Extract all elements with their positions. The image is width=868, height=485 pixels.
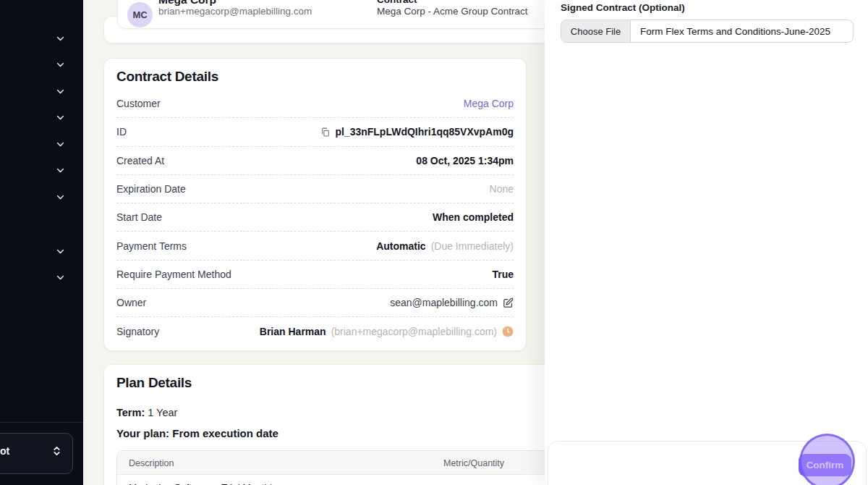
detail-row-id: ID pl_33nFLpLWdQIhri1qq85VXvpAm0g <box>116 118 514 146</box>
signed-contract-panel: Signed Contract (Optional) Choose File F… <box>545 0 868 485</box>
column-header-metric-quantity: Metric/Quantity <box>443 458 504 468</box>
chevron-down-icon[interactable] <box>55 246 65 256</box>
chevron-up-down-icon <box>52 445 61 460</box>
row-label: Payment Terms <box>116 240 187 252</box>
contract-detail-rows: Customer Mega Corp ID pl_33nFLpLWdQIhri1… <box>116 90 514 346</box>
contract-details-title: Contract Details <box>116 68 514 85</box>
payment-terms-note: (Due Immediately) <box>431 240 514 252</box>
require-payment-method-value: True <box>492 269 514 280</box>
detail-row-expiration-date: Expiration Date None <box>116 175 514 203</box>
chevron-down-icon[interactable] <box>55 139 65 149</box>
pending-clock-icon <box>502 326 514 337</box>
chevron-down-icon[interactable] <box>55 33 65 43</box>
detail-row-signatory: Signatory Brian Harman (brian+megacorp@m… <box>116 317 514 345</box>
detail-row-customer: Customer Mega Corp <box>116 90 514 118</box>
sidebar-divider <box>0 422 83 423</box>
created-at-value: 08 Oct, 2025 1:34pm <box>416 155 514 166</box>
avatar: MC <box>127 2 153 28</box>
chevron-down-icon[interactable] <box>55 192 65 202</box>
select-value-label: ot <box>0 445 9 457</box>
start-date-value: When completed <box>433 211 514 223</box>
detail-row-start-date: Start Date When completed <box>116 203 514 232</box>
contract-id-value: pl_33nFLpLWdQIhri1qq85VXvpAm0g <box>335 126 514 138</box>
edit-icon[interactable] <box>503 298 514 308</box>
signatory-email-note: (brian+megacorp@maplebilling.com) <box>331 326 497 337</box>
detail-row-created-at: Created At 08 Oct, 2025 1:34pm <box>116 147 514 175</box>
contract-details-card: Contract Details Customer Mega Corp ID p… <box>103 58 527 351</box>
chevron-down-icon[interactable] <box>55 272 65 282</box>
choose-file-button[interactable]: Choose File <box>561 20 631 42</box>
chevron-down-icon[interactable] <box>55 86 65 96</box>
row-label: Owner <box>116 297 146 308</box>
contract-name: Mega Corp - Acme Group Contract <box>377 6 528 17</box>
chevron-down-icon[interactable] <box>55 59 65 69</box>
copy-icon[interactable] <box>320 127 330 137</box>
customer-email: brian+megacorp@maplebilling.com <box>158 6 312 17</box>
term-value: 1 Year <box>148 407 177 418</box>
expiration-date-value: None <box>490 183 514 195</box>
detail-row-owner: Owner sean@maplebilling.com <box>116 289 514 317</box>
customer-link[interactable]: Mega Corp <box>464 98 514 109</box>
row-label: Expiration Date <box>116 183 186 195</box>
cell-description: Marketing Software - Trial Monthly <box>129 482 277 485</box>
chevron-down-icon[interactable] <box>55 165 65 175</box>
payment-terms-value: Automatic <box>376 240 425 252</box>
signed-contract-file-input[interactable]: Choose File Form Flex Terms and Conditio… <box>561 20 854 43</box>
panel-footer: Confirm <box>548 441 867 485</box>
detail-row-payment-terms: Payment Terms Automatic (Due Immediately… <box>116 232 514 260</box>
term-label: Term: <box>116 407 145 418</box>
column-header-description: Description <box>129 458 174 468</box>
chevron-down-icon[interactable] <box>55 112 65 122</box>
upload-label: Signed Contract (Optional) <box>561 2 685 13</box>
detail-row-require-payment-method: Require Payment Method True <box>116 261 514 289</box>
sidebar-bottom-select[interactable]: ot <box>0 433 73 474</box>
row-label: ID <box>116 126 127 138</box>
row-label: Signatory <box>116 326 159 337</box>
owner-value: sean@maplebilling.com <box>390 297 498 308</box>
row-label: Created At <box>116 155 164 166</box>
signatory-name: Brian Harman <box>260 326 326 337</box>
row-label: Customer <box>116 98 161 109</box>
row-label: Require Payment Method <box>116 269 231 280</box>
confirm-button[interactable]: Confirm <box>799 454 851 476</box>
selected-file-name: Form Flex Terms and Conditions-June-2025 <box>631 20 830 42</box>
row-label: Start Date <box>116 211 162 223</box>
sidebar: ot <box>0 0 83 485</box>
